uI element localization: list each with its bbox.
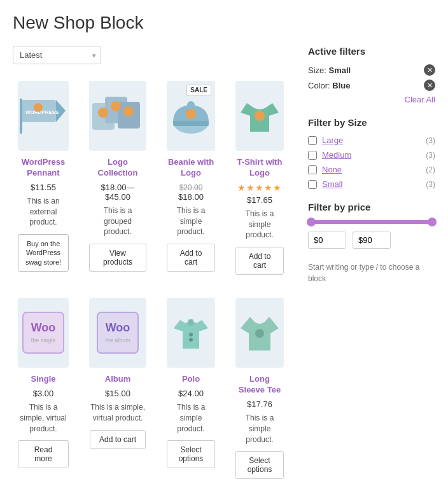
- product-card-beanie-with-logo: SALE Beanie with Logo $20.00$18.00 This …: [162, 74, 220, 281]
- sidebar: Active filters Size: Small ✕ Color: Blue…: [308, 46, 435, 485]
- svg-point-8: [98, 108, 108, 118]
- remove-size-filter[interactable]: ✕: [424, 64, 435, 76]
- product-card-logo-collection: Logo Collection $18.00—$45.00 This is a …: [84, 74, 151, 281]
- size-label-large[interactable]: Large: [322, 135, 421, 145]
- page-title: New Shop Block: [13, 13, 435, 33]
- size-filter-item-none: None (2): [308, 165, 435, 174]
- svg-point-25: [255, 329, 264, 338]
- product-card-tshirt-with-logo: T-Shirt with Logo ★★★★★ $17.65 This is a…: [230, 74, 289, 281]
- active-filters-section: Active filters Size: Small ✕ Color: Blue…: [308, 46, 435, 104]
- product-price: $15.00: [105, 389, 130, 398]
- product-image-wordpress-pennant: WORDPRESS: [18, 81, 69, 151]
- active-filter-size: Size: Small ✕: [308, 64, 435, 76]
- product-rating: ★★★★★: [237, 183, 282, 193]
- svg-point-23: [189, 333, 193, 337]
- product-image-single: Woo the single: [18, 298, 69, 368]
- size-checkbox-small[interactable]: [308, 180, 317, 189]
- size-label-medium[interactable]: Medium: [322, 150, 421, 160]
- svg-point-15: [255, 111, 265, 121]
- product-image-polo: [167, 298, 215, 368]
- product-desc: This is a simple product.: [235, 209, 284, 240]
- product-button-polo[interactable]: Select options: [167, 440, 215, 468]
- product-button-wordpress-pennant[interactable]: Buy on the WordPress swag store!: [18, 234, 69, 272]
- product-price: $11.55: [31, 183, 56, 192]
- size-checkbox-medium[interactable]: [308, 151, 317, 160]
- product-price: $24.00: [178, 389, 204, 398]
- product-price: $3.00: [33, 389, 54, 398]
- price-inputs: [308, 232, 435, 249]
- remove-color-filter[interactable]: ✕: [424, 80, 435, 91]
- svg-text:WORDPRESS: WORDPRESS: [25, 109, 59, 115]
- filter-size-section: Filter by Size Large (3) Medium (3) None…: [308, 117, 435, 189]
- size-filter-item-small: Small (3): [308, 179, 435, 189]
- main-content: Latest Popularity Rating Price: low to h…: [13, 46, 289, 485]
- product-button-long-sleeve-tee[interactable]: Select options: [235, 451, 284, 479]
- filter-price-section: Filter by price: [308, 202, 435, 249]
- svg-point-13: [187, 101, 195, 109]
- product-button-single[interactable]: Read more: [18, 440, 69, 468]
- price-min-input[interactable]: [308, 232, 346, 249]
- svg-point-9: [111, 101, 121, 111]
- svg-point-14: [186, 109, 196, 119]
- svg-rect-22: [188, 319, 193, 326]
- filter-size-title: Filter by Size: [308, 117, 435, 128]
- svg-point-4: [34, 103, 43, 112]
- product-name: Long Sleeve Tee: [235, 374, 284, 396]
- hint-text: Start writing or type / to choose a bloc…: [308, 261, 435, 284]
- product-card-single: Woo the single Single $3.00 This is a si…: [13, 291, 74, 485]
- product-price: $18.00—$45.00: [89, 183, 146, 202]
- clear-all-link[interactable]: Clear All: [308, 95, 435, 104]
- svg-text:Woo: Woo: [31, 321, 56, 334]
- price-handle-max[interactable]: [428, 218, 437, 226]
- active-filter-color: Color: Blue ✕: [308, 80, 435, 91]
- size-checkbox-none[interactable]: [308, 165, 317, 174]
- size-label-none[interactable]: None: [322, 165, 421, 174]
- svg-text:the single: the single: [31, 337, 56, 344]
- product-button-beanie-with-logo[interactable]: Add to cart: [167, 244, 215, 272]
- product-desc: This is a simple, virtual product.: [89, 402, 146, 424]
- active-filter-color-label: Color: Blue: [308, 81, 350, 90]
- product-card-long-sleeve-tee: Long Sleeve Tee $17.76 This is a simple …: [230, 291, 289, 485]
- product-name: T-Shirt with Logo: [235, 157, 284, 179]
- product-button-album[interactable]: Add to cart: [90, 430, 146, 449]
- price-range: [308, 220, 435, 249]
- product-name: Beanie with Logo: [167, 157, 215, 179]
- product-name: Album: [105, 374, 130, 385]
- product-button-logo-collection[interactable]: View products: [89, 244, 146, 272]
- product-price: $17.76: [247, 399, 272, 409]
- product-desc: This is a simple product.: [167, 402, 215, 434]
- product-image-beanie-with-logo: SALE: [167, 81, 215, 151]
- price-handle-min[interactable]: [307, 218, 316, 226]
- product-image-long-sleeve-tee: [235, 298, 284, 368]
- price-max-input[interactable]: [353, 232, 391, 249]
- svg-point-24: [189, 338, 193, 342]
- size-count-large: (3): [426, 136, 435, 145]
- product-card-album: Woo the album Album $15.00 This is a sim…: [84, 291, 151, 485]
- price-slider-fill: [308, 220, 435, 224]
- filter-price-title: Filter by price: [308, 202, 435, 212]
- sort-select[interactable]: Latest Popularity Rating Price: low to h…: [13, 46, 101, 64]
- product-button-tshirt-with-logo[interactable]: Add to cart: [235, 247, 284, 275]
- size-count-none: (2): [426, 165, 435, 174]
- size-count-medium: (3): [426, 151, 435, 160]
- svg-text:the album: the album: [105, 337, 130, 344]
- product-image-logo-collection: [89, 81, 146, 151]
- sort-bar: Latest Popularity Rating Price: low to h…: [13, 46, 289, 64]
- sale-badge: SALE: [186, 85, 211, 95]
- svg-rect-12: [173, 121, 209, 126]
- product-image-tshirt-with-logo: [235, 81, 284, 151]
- product-desc: This is an external product.: [18, 196, 69, 228]
- product-name: Polo: [182, 374, 200, 385]
- svg-point-10: [123, 106, 134, 116]
- size-checkbox-large[interactable]: [308, 136, 317, 145]
- svg-text:Woo: Woo: [106, 321, 130, 334]
- product-name: WordPress Pennant: [18, 157, 69, 179]
- product-price: $17.65: [247, 195, 272, 205]
- size-filter-item-medium: Medium (3): [308, 150, 435, 160]
- product-image-album: Woo the album: [89, 298, 146, 368]
- product-desc: This is a simple, virtual product.: [18, 402, 69, 434]
- size-label-small[interactable]: Small: [322, 179, 421, 189]
- active-filter-size-label: Size: Small: [308, 66, 351, 75]
- product-name: Logo Collection: [89, 157, 146, 179]
- product-desc: This is a grouped product.: [89, 205, 146, 237]
